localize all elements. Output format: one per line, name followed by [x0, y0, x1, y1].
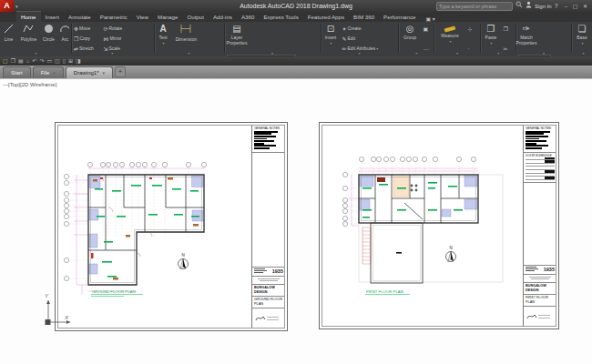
- north-arrow: N: [446, 246, 456, 262]
- rotate-icon: ⟳: [103, 25, 107, 32]
- tab-output[interactable]: Output: [182, 12, 209, 22]
- tab-performance[interactable]: Performance: [379, 12, 420, 22]
- panel-group: ◎ Group ▣ ⋯: [401, 23, 432, 55]
- tab-annotate[interactable]: Annotate: [64, 12, 96, 22]
- edit-attributes-icon: ✏: [342, 46, 346, 52]
- tab-view[interactable]: View: [132, 12, 153, 22]
- group-edit-icon[interactable]: ⋯: [423, 44, 431, 53]
- properties-palette-icon[interactable]: ◫: [55, 56, 60, 66]
- tab-express-tools[interactable]: Express Tools: [259, 12, 302, 22]
- point-icon[interactable]: ·: [467, 44, 475, 53]
- tab-manage[interactable]: Manage: [153, 12, 182, 22]
- mirror-button[interactable]: ⋈Mirror: [103, 34, 128, 43]
- redo-icon[interactable]: ↷: [39, 56, 44, 66]
- layer-properties-button[interactable]: ▤ Layer Properties: [227, 23, 247, 54]
- tab-parametric[interactable]: Parametric: [96, 12, 132, 22]
- plan-caption: GROUND FLOOR PLAN: [91, 289, 143, 297]
- move-button[interactable]: ✥Move: [74, 24, 99, 33]
- text-button[interactable]: A Text▾: [157, 23, 169, 54]
- help-icon[interactable]: ?: [555, 0, 558, 12]
- drawing-canvas[interactable]: —[Top][2D Wireframe]: [0, 78, 592, 364]
- sign-in-button[interactable]: Sign In: [535, 4, 552, 9]
- save-file-icon[interactable]: ▤: [18, 56, 24, 66]
- search-binoculars-icon[interactable]: [515, 0, 523, 12]
- stretch-button[interactable]: ⇄Stretch: [74, 44, 99, 53]
- cut-clip-icon[interactable]: ✂: [503, 44, 512, 53]
- text-icon: A: [159, 24, 166, 35]
- architect-section: [252, 277, 284, 285]
- workspace-icon[interactable]: ▭: [46, 56, 52, 66]
- tab-home[interactable]: Home: [16, 11, 41, 22]
- polyline-button[interactable]: Polyline: [19, 23, 37, 54]
- new-drawing-tab-button[interactable]: +: [115, 66, 126, 77]
- file-tab-drawing1[interactable]: Drawing1*▾: [66, 66, 113, 78]
- layer-properties-icon: ▤: [232, 24, 240, 35]
- sheet-set-icon[interactable]: ▯: [63, 56, 66, 66]
- plot-icon[interactable]: ⌂: [26, 56, 30, 66]
- tab-insert[interactable]: Insert: [41, 12, 64, 22]
- first-floor-plan-drawing[interactable]: N FIRST FLOOR PLAN: [322, 126, 515, 324]
- base-icon: ❏: [578, 24, 587, 35]
- signature-section: [524, 307, 556, 326]
- autocad-logo-icon[interactable]: A: [0, 0, 14, 12]
- panel-view: ❏ Base▾: [574, 23, 592, 55]
- dimension-button[interactable]: Dimension: [173, 23, 199, 54]
- polyline-icon: [23, 24, 34, 36]
- sheet-ground-floor[interactable]: N GROUND FLOOR PLAN GENERAL NOTES:: [55, 122, 288, 331]
- new-file-icon[interactable]: ▢: [3, 56, 8, 66]
- layout-icon[interactable]: ◨: [76, 56, 81, 66]
- project-name: BUNGALOW DESIGN: [524, 283, 556, 295]
- rotate-button[interactable]: ⟳Rotate: [103, 24, 128, 33]
- match-properties-button[interactable]: ✑ Match Properties: [518, 23, 535, 54]
- ribbon: Line Polyline Circle Arc ▭▾ ○▾ ▨▾: [0, 22, 592, 57]
- arc-button[interactable]: Arc: [59, 23, 70, 54]
- tab-add-ins[interactable]: Add-ins: [209, 12, 237, 22]
- file-tab-start[interactable]: Start: [3, 66, 31, 78]
- ribbon-display-toggle-icon[interactable]: ▣ ▾: [426, 15, 435, 22]
- grid-bubbles-left: [64, 174, 68, 280]
- title-block-first[interactable]: GENERAL NOTES: DOOR SCHEDULE: [523, 126, 556, 326]
- help-search-input[interactable]: [436, 2, 513, 11]
- tab-bim360[interactable]: BIM 360: [349, 12, 379, 22]
- viewport-controls-label[interactable]: —[Top][2D Wireframe]: [3, 82, 56, 87]
- line-button[interactable]: Line: [2, 23, 15, 54]
- line-icon: [4, 24, 14, 36]
- interior-walls: [359, 175, 478, 223]
- open-file-icon[interactable]: ❐: [11, 56, 15, 66]
- base-button[interactable]: ❏ Base▾: [574, 23, 590, 54]
- panel-layers: ▤ Layer Properties ☀☀ ▾ ◧ ◨ ◩ ◪ Make Cur…: [227, 23, 320, 55]
- ground-floor-plan-drawing[interactable]: N GROUND FLOOR PLAN: [58, 126, 251, 326]
- scale-button[interactable]: ⇲Scale: [103, 44, 128, 53]
- file-tab-file[interactable]: File▾: [33, 66, 64, 78]
- svg-text:N: N: [181, 253, 184, 258]
- tab-featured-apps[interactable]: Featured Apps: [303, 12, 349, 22]
- sheet-first-floor[interactable]: N FIRST FLOOR PLAN GENERAL NOTES:: [319, 122, 559, 329]
- grid-lines: [90, 167, 204, 237]
- panel-draw: Line Polyline Circle Arc ▭▾ ○▾ ▨▾: [2, 23, 71, 55]
- app-menu-chevron-icon[interactable]: ▾: [15, 4, 18, 9]
- undo-icon[interactable]: ↶: [32, 56, 36, 66]
- sheet-title: GROUND FLOOR PLAN: [252, 297, 284, 308]
- create-block-button[interactable]: ✦Create: [342, 24, 394, 33]
- svg-text:FIRST FLOOR PLAN: FIRST FLOOR PLAN: [366, 289, 403, 294]
- panel-clipboard: ❒ Paste▾ ❐ ✂: [483, 23, 514, 55]
- panel-annotation: A Text▾ Dimension ⟷Linear▾ ↗Leader▾ ⊞Tab…: [157, 23, 222, 55]
- window-controls[interactable]: – ▢ ✕: [565, 3, 589, 9]
- boundary-line: [359, 175, 503, 282]
- measure-button[interactable]: Measure▾: [436, 23, 464, 54]
- circle-button[interactable]: Circle: [42, 23, 56, 54]
- title-block-ground[interactable]: GENERAL NOTES: 1935: [251, 126, 284, 328]
- general-notes-section: GENERAL NOTES:: [524, 126, 556, 153]
- plan-caption: FIRST FLOOR PLAN: [365, 289, 410, 295]
- copy-button[interactable]: ❐Copy: [74, 34, 99, 43]
- group-button[interactable]: ◎ Group: [401, 23, 419, 54]
- quick-select-icon[interactable]: ⊹: [467, 24, 475, 33]
- edit-block-button[interactable]: ✎Edit: [342, 34, 394, 43]
- tab-a360[interactable]: A360: [237, 12, 259, 22]
- paste-button[interactable]: ❒ Paste▾: [483, 23, 499, 54]
- edit-attributes-button[interactable]: ✏Edit Attributes▾: [342, 44, 394, 53]
- render-icon[interactable]: ⊞: [68, 56, 73, 66]
- copy-clip-icon[interactable]: ❐: [503, 24, 512, 33]
- ungroup-icon[interactable]: ▣: [423, 24, 431, 33]
- insert-button[interactable]: ⊡ Insert▾: [323, 23, 338, 54]
